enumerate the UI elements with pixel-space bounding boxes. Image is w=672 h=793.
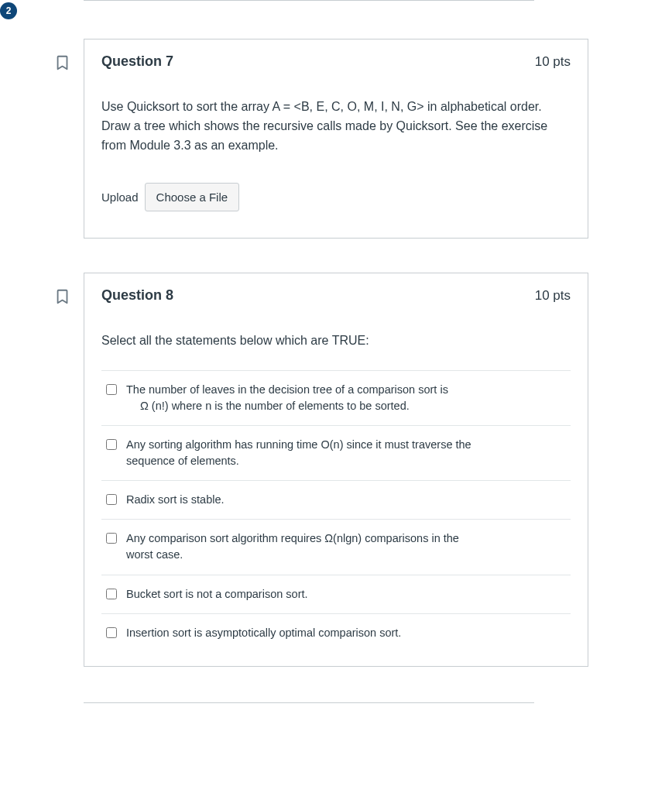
option-checkbox[interactable]: [106, 439, 117, 450]
bookmark-icon[interactable]: [54, 54, 71, 71]
option-text: Radix sort is stable.: [126, 492, 225, 508]
option-checkbox[interactable]: [106, 494, 117, 505]
question-row: Question 7 10 pts Use Quicksort to sort …: [54, 39, 588, 239]
option-checkbox[interactable]: [106, 627, 117, 638]
question-points: 10 pts: [535, 54, 571, 70]
option-text: Any sorting algorithm has running time O…: [126, 437, 471, 469]
option-text: Any comparison sort algorithm requires Ω…: [126, 530, 459, 563]
option-text: Insertion sort is asymptotically optimal…: [126, 625, 401, 641]
question-body: Use Quicksort to sort the array A = <B, …: [84, 84, 588, 238]
option-row[interactable]: Insertion sort is asymptotically optimal…: [101, 613, 571, 644]
option-row[interactable]: Bucket sort is not a comparison sort.: [101, 575, 571, 613]
question-points: 10 pts: [535, 288, 571, 304]
question-header: Question 8 10 pts: [84, 273, 588, 318]
question-header: Question 7 10 pts: [84, 39, 588, 84]
question-title: Question 7: [101, 53, 173, 70]
option-text: The number of leaves in the decision tre…: [126, 382, 448, 414]
option-checkbox[interactable]: [106, 589, 117, 599]
bottom-divider: [84, 702, 534, 710]
question-card-7: Question 7 10 pts Use Quicksort to sort …: [84, 39, 588, 239]
option-row[interactable]: The number of leaves in the decision tre…: [101, 370, 571, 425]
bookmark-icon[interactable]: [54, 288, 71, 305]
choose-file-button[interactable]: Choose a File: [145, 183, 240, 211]
question-row: Question 8 10 pts Select all the stateme…: [54, 273, 588, 666]
upload-label: Upload: [101, 191, 139, 204]
questions-container: Question 7 10 pts Use Quicksort to sort …: [54, 0, 588, 667]
option-checkbox[interactable]: [106, 384, 117, 395]
option-checkbox[interactable]: [106, 533, 117, 544]
option-text: Bucket sort is not a comparison sort.: [126, 586, 308, 602]
question-body: Select all the statements below which ar…: [84, 318, 588, 665]
top-divider: [84, 0, 534, 1]
option-row[interactable]: Any comparison sort algorithm requires Ω…: [101, 519, 571, 574]
question-title: Question 8: [101, 287, 173, 304]
question-prompt: Select all the statements below which ar…: [101, 331, 571, 350]
question-card-8: Question 8 10 pts Select all the stateme…: [84, 273, 588, 666]
question-prompt: Use Quicksort to sort the array A = <B, …: [101, 98, 571, 155]
upload-section: Upload Choose a File: [101, 183, 571, 211]
option-row[interactable]: Any sorting algorithm has running time O…: [101, 425, 571, 480]
page-number-badge: 2: [0, 2, 17, 19]
option-row[interactable]: Radix sort is stable.: [101, 480, 571, 519]
